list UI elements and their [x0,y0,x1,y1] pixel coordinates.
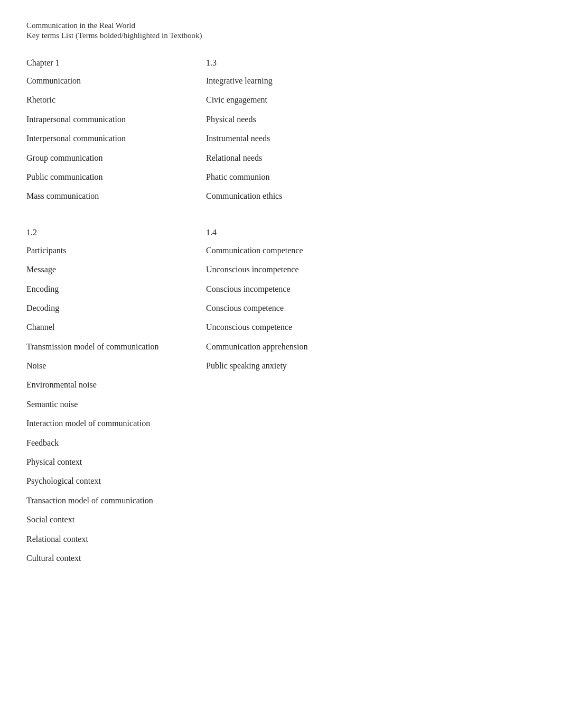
right-column: 1.3Integrative learningCivic engagementP… [206,56,535,572]
term-item: Decoding [26,302,195,314]
term-item: Group communication [26,152,195,164]
term-item: Transaction model of communication [26,495,195,506]
term-item: Public speaking anxiety [206,360,535,372]
term-item: Mass communication [26,190,195,202]
term-item: Phatic communion [206,171,535,183]
term-item: Interaction model of communication [26,418,195,429]
term-item: Channel [26,321,195,333]
term-item: Psychological context [26,475,195,487]
term-item: Participants [26,245,195,256]
content-area: Chapter 1CommunicationRhetoricIntraperso… [26,56,535,572]
section-12-heading: 1.2 [26,228,195,237]
header-subtitle: Key terms List (Terms bolded/highlighted… [26,31,535,40]
term-item: Communication apprehension [206,341,535,353]
term-item: Conscious incompetence [206,283,535,295]
term-item: Intrapersonal communication [26,114,195,125]
chapter-heading: Chapter 1 [26,58,195,68]
term-item: Relational needs [206,152,535,164]
section-13-heading: 1.3 [206,58,535,68]
term-item: Rhetoric [26,94,195,106]
term-item: Physical context [26,456,195,468]
page-header: Communication in the Real World Key term… [26,21,535,40]
term-item: Physical needs [206,114,535,125]
term-item: Message [26,264,195,275]
term-item: Communication competence [206,245,535,256]
term-item: Public communication [26,171,195,183]
term-item: Unconscious incompetence [206,264,535,275]
term-item: Noise [26,360,195,372]
term-item: Transmission model of communication [26,341,195,353]
term-item: Communication [26,75,195,87]
section-14-heading: 1.4 [206,228,535,237]
term-item: Social context [26,514,195,526]
term-item: Semantic noise [26,399,195,410]
left-column: Chapter 1CommunicationRhetoricIntraperso… [26,56,206,572]
term-item: Interpersonal communication [26,133,195,144]
term-item: Relational context [26,533,195,545]
term-item: Encoding [26,283,195,295]
term-item: Communication ethics [206,190,535,202]
term-item: Feedback [26,437,195,449]
term-item: Unconscious competence [206,321,535,333]
term-item: Instrumental needs [206,133,535,144]
term-item: Environmental noise [26,379,195,391]
header-title: Communication in the Real World [26,21,535,30]
term-item: Cultural context [26,552,195,564]
term-item: Integrative learning [206,75,535,87]
term-item: Civic engagement [206,94,535,106]
term-item: Conscious competence [206,302,535,314]
